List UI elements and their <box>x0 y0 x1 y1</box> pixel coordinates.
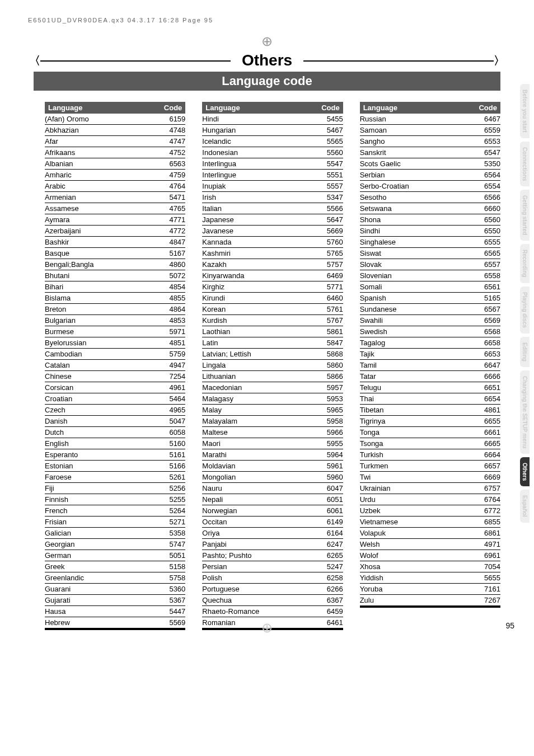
language-name: Sangho <box>360 136 472 147</box>
language-name: Bulgarian <box>45 315 157 326</box>
language-code: 6557 <box>472 259 500 270</box>
table-row: Icelandic5565 <box>202 136 343 147</box>
side-tab[interactable]: Playing discs <box>520 287 530 334</box>
table-row: (Afan) Oromo6159 <box>45 114 185 125</box>
language-name: Kazakh <box>202 259 315 270</box>
table-row: Swahili6569 <box>360 315 500 326</box>
language-name: Irish <box>202 192 315 203</box>
table-row: Persian5247 <box>202 561 343 572</box>
language-name: Zulu <box>360 595 472 605</box>
language-table-1: LanguageCode(Afan) Oromo6159Abkhazian474… <box>45 102 185 630</box>
language-code: 5761 <box>315 304 343 314</box>
language-name: Tamil <box>360 360 472 370</box>
table-row: Tagalog6658 <box>360 337 500 349</box>
table-row: Rhaeto-Romance6459 <box>202 606 343 617</box>
language-name: Slovenian <box>360 270 472 281</box>
language-code: 6565 <box>472 248 500 259</box>
table-row: Tamil6647 <box>360 360 500 371</box>
language-code: 5747 <box>157 539 185 550</box>
rule-right <box>303 60 494 62</box>
language-code: 5966 <box>315 427 343 438</box>
language-name: Latvian; Lettish <box>202 349 315 359</box>
language-code: 6547 <box>472 147 500 158</box>
language-code: 6664 <box>472 449 500 460</box>
language-code: 7054 <box>472 561 500 572</box>
language-code: 6149 <box>315 516 343 527</box>
language-name: Burmese <box>45 326 157 337</box>
language-name: Bashkir <box>45 237 157 247</box>
language-code: 6051 <box>315 494 343 505</box>
table-row: Korean5761 <box>202 304 343 315</box>
language-code: 5464 <box>157 393 185 404</box>
table-row: Sindhi6550 <box>360 226 500 237</box>
table-row: Kashmiri5765 <box>202 248 343 259</box>
language-name: Lithuanian <box>202 371 315 382</box>
language-code: 5358 <box>157 528 185 538</box>
language-code: 6460 <box>315 293 343 303</box>
side-tab[interactable]: Others <box>520 457 530 486</box>
language-name: Sundanese <box>360 304 472 314</box>
table-row: Maori5955 <box>202 438 343 449</box>
language-name: Yiddish <box>360 572 472 583</box>
table-row: Fiji5256 <box>45 483 185 494</box>
table-row: Bengali;Bangla4860 <box>45 259 185 270</box>
table-row: Latin5847 <box>202 337 343 349</box>
table-row: Nauru6047 <box>202 483 343 494</box>
language-code: 6550 <box>472 226 500 236</box>
language-name: Swahili <box>360 315 472 326</box>
language-code: 6047 <box>315 483 343 494</box>
table-row: Azerbaijani4772 <box>45 226 185 237</box>
language-name: Galician <box>45 528 157 538</box>
side-tab[interactable]: Connections <box>520 142 530 187</box>
language-code: 6861 <box>472 528 500 538</box>
language-code: 5669 <box>315 226 343 236</box>
side-tab[interactable]: Changing the SETUP menu <box>520 370 530 454</box>
side-tab[interactable]: Getting started <box>520 190 530 241</box>
language-name: Rhaeto-Romance <box>202 606 315 617</box>
table-row: Cambodian5759 <box>45 349 185 360</box>
language-code: 4759 <box>157 170 185 180</box>
language-code: 5971 <box>157 326 185 337</box>
language-code: 4772 <box>157 226 185 236</box>
table-row: Swedish6568 <box>360 326 500 337</box>
language-code: 6558 <box>472 270 500 281</box>
table-row: Byelorussian4851 <box>45 337 185 349</box>
language-name: Sesotho <box>360 192 472 203</box>
chevron-left-icon: 〈 <box>29 53 40 68</box>
language-name: Bihari <box>45 281 157 292</box>
table-row: Czech4965 <box>45 405 185 416</box>
language-code: 4765 <box>157 203 185 214</box>
language-name: Czech <box>45 405 157 415</box>
language-name: Volapuk <box>360 528 472 538</box>
language-name: Greenlandic <box>45 572 157 583</box>
table-row: Tigrinya6655 <box>360 416 500 427</box>
table-row: Hindi5455 <box>202 114 343 125</box>
language-code: 6561 <box>472 281 500 292</box>
language-code: 7161 <box>472 584 500 594</box>
side-tabs: Before you startConnectionsGetting start… <box>520 84 530 523</box>
table-row: Dutch6058 <box>45 427 185 438</box>
table-row: Telugu6651 <box>360 382 500 393</box>
table-row: Hungarian5467 <box>202 125 343 136</box>
table-row: Afrikaans4752 <box>45 147 185 158</box>
language-name: Singhalese <box>360 237 472 247</box>
table-row: Interlingue5551 <box>202 170 343 181</box>
table-row: Kirghiz5771 <box>202 281 343 293</box>
side-tab[interactable]: Before you start <box>520 84 530 138</box>
table-row: Bislama4855 <box>45 293 185 304</box>
language-code: 5247 <box>315 561 343 572</box>
language-code: 5758 <box>157 572 185 583</box>
language-name: Dutch <box>45 427 157 438</box>
side-tab[interactable]: Español <box>520 490 530 523</box>
language-name: Javanese <box>202 226 315 236</box>
side-tab[interactable]: Editing <box>520 337 530 367</box>
language-name: Amharic <box>45 170 157 180</box>
side-tab[interactable]: Recording <box>520 244 530 283</box>
language-code: 6566 <box>472 192 500 203</box>
language-code: 4971 <box>472 539 500 550</box>
language-name: Georgian <box>45 539 157 550</box>
table-row: Quechua6367 <box>202 595 343 606</box>
table-row: Greek5158 <box>45 561 185 572</box>
table-row: Mongolian5960 <box>202 472 343 483</box>
language-name: Cambodian <box>45 349 157 359</box>
